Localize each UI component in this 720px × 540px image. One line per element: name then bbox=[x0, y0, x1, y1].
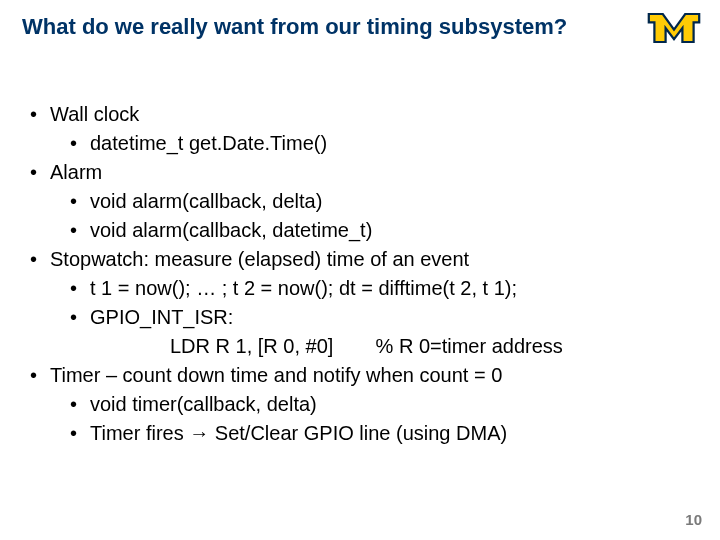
bullet-stopwatch-asm: LDR R 1, [R 0, #0] % R 0=timer address bbox=[30, 332, 690, 361]
slide-title: What do we really want from our timing s… bbox=[22, 14, 630, 40]
bullet-alarm-datetime: void alarm(callback, datetime_t) bbox=[30, 216, 690, 245]
asm-comment: % R 0=timer address bbox=[376, 335, 563, 357]
bullet-alarm: Alarm bbox=[30, 158, 690, 187]
bullet-timer: Timer – count down time and notify when … bbox=[30, 361, 690, 390]
page-number: 10 bbox=[685, 511, 702, 528]
bullet-wall-clock: Wall clock bbox=[30, 100, 690, 129]
slide: What do we really want from our timing s… bbox=[0, 0, 720, 540]
bullet-stopwatch-difftime: t 1 = now(); … ; t 2 = now(); dt = difft… bbox=[30, 274, 690, 303]
bullet-wall-clock-api: datetime_t get.Date.Time() bbox=[30, 129, 690, 158]
bullet-stopwatch-isr: GPIO_INT_ISR: bbox=[30, 303, 690, 332]
slide-content: Wall clock datetime_t get.Date.Time() Al… bbox=[30, 100, 690, 448]
michigan-logo-icon bbox=[646, 8, 702, 48]
bullet-stopwatch: Stopwatch: measure (elapsed) time of an … bbox=[30, 245, 690, 274]
bullet-alarm-delta: void alarm(callback, delta) bbox=[30, 187, 690, 216]
asm-instruction: LDR R 1, [R 0, #0] bbox=[170, 332, 370, 361]
bullet-timer-fires: Timer fires → Set/Clear GPIO line (using… bbox=[30, 419, 690, 448]
bullet-timer-api: void timer(callback, delta) bbox=[30, 390, 690, 419]
